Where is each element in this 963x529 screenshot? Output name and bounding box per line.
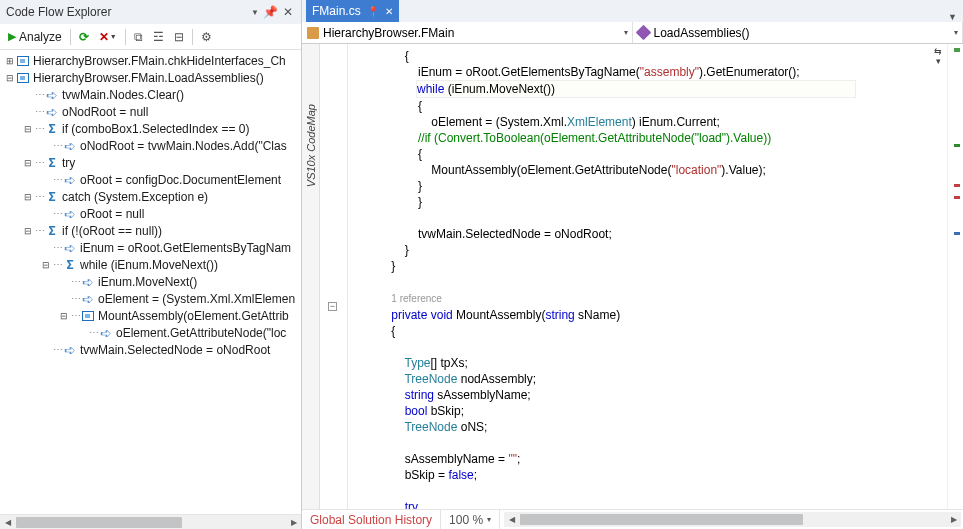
code-line[interactable]: MountAssembly(oElement.GetAttributeNode(… xyxy=(378,162,947,178)
close-icon[interactable]: ✕ xyxy=(281,5,295,19)
scroll-left-button[interactable]: ◀ xyxy=(0,515,15,530)
tree-node[interactable]: ⊟⋯Σcatch (System.Exception e) xyxy=(0,188,301,205)
scroll-right-button[interactable]: ▶ xyxy=(946,512,961,527)
refresh-button[interactable]: ⟳ xyxy=(75,26,93,48)
indicator-margin[interactable] xyxy=(947,44,963,509)
code-line[interactable]: } xyxy=(378,178,947,194)
branch-sigma-icon: Σ xyxy=(45,190,59,204)
scroll-thumb[interactable] xyxy=(16,517,182,528)
explorer-titlebar[interactable]: Code Flow Explorer ▼ 📌 ✕ xyxy=(0,0,301,24)
code-line[interactable]: 1 reference xyxy=(378,290,947,307)
tree-node[interactable]: ⋯➪iEnum = oRoot.GetElementsByTagNam xyxy=(0,239,301,256)
code-line[interactable] xyxy=(378,210,947,226)
tree-node[interactable]: ⊞HierarchyBrowser.FMain.chkHideInterface… xyxy=(0,52,301,69)
tree-node[interactable]: ⊟⋯MountAssembly(oElement.GetAttrib xyxy=(0,307,301,324)
tree-node-label: iEnum = oRoot.GetElementsByTagNam xyxy=(80,241,291,255)
expander-expanded[interactable]: ⊟ xyxy=(22,157,34,169)
zoom-combo[interactable]: 100 % ▾ xyxy=(441,510,500,529)
global-solution-history-button[interactable]: Global Solution History xyxy=(302,510,441,529)
code-line[interactable]: { xyxy=(378,98,947,114)
code-line[interactable]: } xyxy=(378,194,947,210)
tree-node[interactable]: ⋯➪oNodRoot = tvwMain.Nodes.Add("Clas xyxy=(0,137,301,154)
delete-button[interactable]: ✕▼ xyxy=(95,26,121,48)
code-line[interactable] xyxy=(378,483,947,499)
split-up-icon[interactable]: ⇆ xyxy=(931,46,945,56)
code-line[interactable]: iEnum = oRoot.GetElementsByTagName("asse… xyxy=(378,64,947,80)
code-line[interactable] xyxy=(378,339,947,355)
code-line[interactable]: while (iEnum.MoveNext()) xyxy=(378,80,947,98)
expander-expanded[interactable]: ⊟ xyxy=(58,310,70,322)
tree-connector: ⋯ xyxy=(35,89,44,100)
expander-expanded[interactable]: ⊟ xyxy=(22,225,34,237)
scroll-left-button[interactable]: ◀ xyxy=(504,512,519,527)
tree-node[interactable]: ⋯➪oNodRoot = null xyxy=(0,103,301,120)
tree-node[interactable]: ⊟⋯Σwhile (iEnum.MoveNext()) xyxy=(0,256,301,273)
tab-overflow-icon[interactable]: ▼ xyxy=(942,12,963,22)
tree-node[interactable]: ⋯➪oElement = (System.Xml.XmlElemen xyxy=(0,290,301,307)
toolbar-separator xyxy=(70,29,71,45)
settings-button[interactable]: ⚙ xyxy=(197,26,216,48)
tree-node[interactable]: ⊟⋯Σtry xyxy=(0,154,301,171)
code-line[interactable]: { xyxy=(378,323,947,339)
tree-node[interactable]: ⋯➪tvwMain.Nodes.Clear() xyxy=(0,86,301,103)
tree-node[interactable]: ⋯➪oRoot = configDoc.DocumentElement xyxy=(0,171,301,188)
code-line[interactable]: oElement = (System.Xml.XmlElement) iEnum… xyxy=(378,114,947,130)
tree-node[interactable]: ⊟⋯Σif (!(oRoot == null)) xyxy=(0,222,301,239)
close-icon[interactable]: ✕ xyxy=(385,6,393,17)
tree-node[interactable]: ⋯➪oRoot = null xyxy=(0,205,301,222)
expander-expanded[interactable]: ⊟ xyxy=(40,259,52,271)
indicator-mark[interactable] xyxy=(954,144,960,147)
tree-node[interactable]: ⊟HierarchyBrowser.FMain.LoadAssemblies() xyxy=(0,69,301,86)
indicator-mark[interactable] xyxy=(954,196,960,199)
copy-button[interactable]: ⧉ xyxy=(130,26,147,48)
tree-node[interactable]: ⋯➪tvwMain.SelectedNode = oNodRoot xyxy=(0,341,301,358)
code-line[interactable] xyxy=(378,435,947,451)
member-navigator-combo[interactable]: LoadAssemblies() ▾ xyxy=(633,22,964,43)
code-line[interactable]: bool bSkip; xyxy=(378,403,947,419)
code-flow-tree[interactable]: ⊞HierarchyBrowser.FMain.chkHideInterface… xyxy=(0,50,301,360)
fold-toggle[interactable]: − xyxy=(328,302,337,311)
code-line[interactable]: Type[] tpXs; xyxy=(378,355,947,371)
tree-node[interactable]: ⋯➪oElement.GetAttributeNode("loc xyxy=(0,324,301,341)
code-line[interactable]: { xyxy=(378,146,947,162)
indicator-mark[interactable] xyxy=(954,184,960,187)
expander-collapsed[interactable]: ⊞ xyxy=(4,55,16,67)
class-navigator-combo[interactable]: HierarchyBrowser.FMain ▾ xyxy=(302,22,633,43)
collapse-button[interactable]: ⊟ xyxy=(170,26,188,48)
code-editor[interactable]: { iEnum = oRoot.GetElementsByTagName("as… xyxy=(348,44,947,509)
expander-expanded[interactable]: ⊟ xyxy=(22,191,34,203)
expander-expanded[interactable]: ⊟ xyxy=(4,72,16,84)
indicator-mark[interactable] xyxy=(954,232,960,235)
tree-node[interactable]: ⋯➪iEnum.MoveNext() xyxy=(0,273,301,290)
code-line[interactable]: sAssemblyName = ""; xyxy=(378,451,947,467)
code-line[interactable]: string sAssemblyName; xyxy=(378,387,947,403)
code-line[interactable]: tvwMain.SelectedNode = oNodRoot; xyxy=(378,226,947,242)
horizontal-scrollbar[interactable]: ◀ ▶ xyxy=(504,512,961,527)
code-line[interactable]: { xyxy=(378,48,947,64)
split-down-icon[interactable]: ▾ xyxy=(931,56,945,66)
code-line[interactable]: private void MountAssembly(string sName) xyxy=(378,307,947,323)
code-line[interactable]: } xyxy=(378,258,947,274)
pinned-icon[interactable]: 📍 xyxy=(367,6,379,17)
tab-fmain[interactable]: FMain.cs 📍 ✕ xyxy=(306,0,399,22)
codelens-references[interactable]: 1 reference xyxy=(391,293,442,304)
analyze-button[interactable]: ▶ Analyze xyxy=(4,26,66,48)
code-line[interactable]: TreeNode oNS; xyxy=(378,419,947,435)
statement-arrow-icon: ➪ xyxy=(63,343,77,357)
tree-node[interactable]: ⊟⋯Σif (comboBox1.SelectedIndex == 0) xyxy=(0,120,301,137)
list-button[interactable]: ☲ xyxy=(149,26,168,48)
scroll-right-button[interactable]: ▶ xyxy=(286,515,301,530)
codemap-strip[interactable]: VS10x CodeMap xyxy=(302,44,320,509)
code-line[interactable]: bSkip = false; xyxy=(378,467,947,483)
titlebar-menu-icon[interactable]: ▼ xyxy=(251,8,259,17)
outline-gutter[interactable]: − xyxy=(320,44,348,509)
expander-expanded[interactable]: ⊟ xyxy=(22,123,34,135)
pin-icon[interactable]: 📌 xyxy=(263,5,277,19)
code-line[interactable]: TreeNode nodAssembly; xyxy=(378,371,947,387)
horizontal-scrollbar[interactable]: ◀ ▶ xyxy=(0,514,301,529)
scroll-thumb[interactable] xyxy=(520,514,803,525)
code-line[interactable] xyxy=(378,274,947,290)
code-line[interactable]: //if (Convert.ToBoolean(oElement.GetAttr… xyxy=(378,130,947,146)
code-line[interactable]: } xyxy=(378,242,947,258)
code-line[interactable]: try xyxy=(378,499,947,509)
